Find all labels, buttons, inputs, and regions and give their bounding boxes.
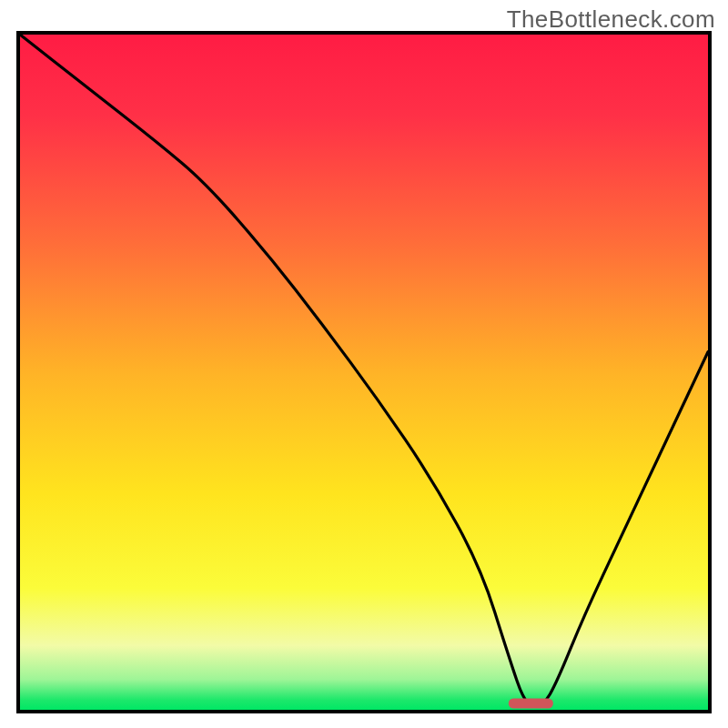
highlight-segment: [509, 699, 553, 709]
chart-stage: TheBottleneck.com: [0, 0, 728, 728]
watermark-text: TheBottleneck.com: [507, 5, 715, 34]
gradient-fill: [20, 35, 708, 710]
bottleneck-chart: [0, 0, 728, 728]
